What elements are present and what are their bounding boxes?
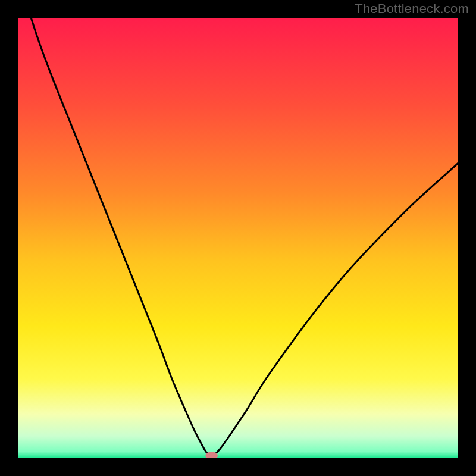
plot-area <box>18 18 458 458</box>
chart-svg <box>18 18 458 458</box>
chart-frame: TheBottleneck.com <box>0 0 476 476</box>
watermark-text: TheBottleneck.com <box>355 1 469 17</box>
gradient-background <box>18 18 458 458</box>
